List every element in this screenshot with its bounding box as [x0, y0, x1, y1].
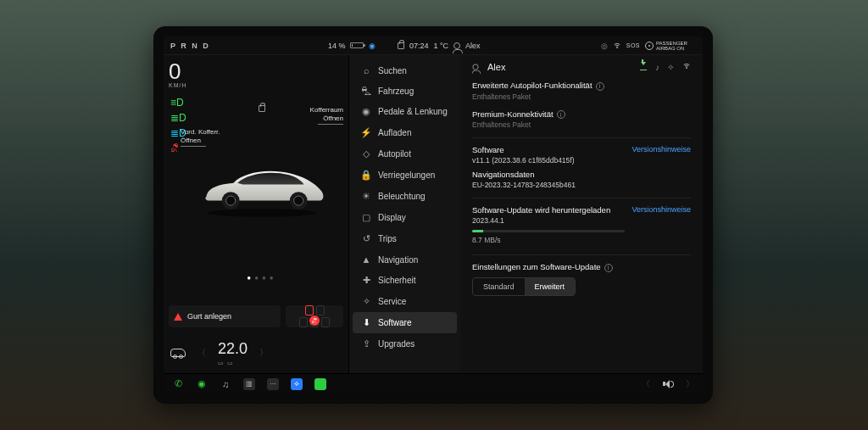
download-speed: 8.7 MB/s [472, 236, 625, 244]
car-icon[interactable] [170, 349, 186, 357]
menu-item-navigation[interactable]: ▲Navigation [353, 249, 457, 270]
info-icon[interactable]: i [604, 264, 613, 272]
temp-up-button[interactable]: 〉 [259, 347, 268, 359]
menu-item-locks[interactable]: 🔒Verriegelungen [353, 165, 457, 186]
all-apps-icon[interactable]: ⋯ [267, 378, 279, 390]
car-visualization-pane: 0 KM/H ≡D ≣D ≣D ⛐ Vord. Kofferr.Öffnen [164, 55, 348, 373]
car-lock-icon[interactable] [259, 105, 265, 112]
person-icon [472, 64, 478, 70]
seg-advanced-button[interactable]: Erweitert [525, 278, 576, 295]
battery-status[interactable]: 14 % [328, 42, 364, 50]
seatbelt-warning[interactable]: Gurt anlegen [169, 305, 281, 327]
wifi-icon[interactable] [613, 42, 621, 50]
spotify-icon[interactable]: ◉ [196, 378, 208, 390]
menu-item-autopilot[interactable]: ◇Autopilot [353, 143, 457, 165]
update-mode-segment: Standard Erweitert [472, 277, 576, 296]
menu-item-pedals[interactable]: ◉Pedale & Lenkung [353, 101, 457, 122]
warning-text: Gurt anlegen [187, 312, 231, 321]
menu-item-safety[interactable]: ✚Sicherheit [353, 270, 457, 291]
menu-item-trips[interactable]: ↺Trips [353, 228, 457, 249]
panel-header: Alex ♪ ⟡ [472, 62, 691, 72]
download-icon[interactable] [640, 63, 647, 72]
bluetooth-icon[interactable]: ⟡ [668, 62, 674, 72]
vol-down-button[interactable]: 〈 [642, 378, 650, 390]
tire-icon[interactable]: ◎ [601, 42, 608, 50]
bluetooth-app-icon[interactable]: ⟡ [291, 378, 303, 390]
package-connectivity: Premium-Konnektivitäti Enthaltenes Paket [472, 109, 691, 130]
car-model-area[interactable]: Vord. Kofferr.Öffnen KofferraumÖffnen [181, 104, 343, 278]
svg-point-1 [225, 195, 236, 206]
battery-pct: 14 % [328, 42, 346, 50]
climate-row: 〈 22.0 ▭▭ 〉 [164, 332, 348, 373]
upgrade-icon: ⇪ [361, 338, 371, 349]
safety-icon: ✚ [361, 275, 371, 286]
menu-item-upgrades[interactable]: ⇪Upgrades [353, 333, 457, 355]
nav-label: Navigationsdaten [472, 170, 691, 179]
seg-standard-button[interactable]: Standard [473, 278, 525, 295]
screen: P R N D 14 % ◉ 07:24 1 °C Alex ◎ SOS PAS… [164, 36, 703, 394]
download-icon: ⬇ [361, 317, 371, 328]
menu-item-charging[interactable]: ⚡Aufladen [353, 122, 457, 143]
touchscreen: P R N D 14 % ◉ 07:24 1 °C Alex ◎ SOS PAS… [153, 26, 713, 404]
page-dots[interactable]: ●●●● [247, 274, 276, 282]
temp-down-button[interactable]: 〈 [198, 347, 206, 359]
seat-alert-icon: ⛐ [309, 316, 320, 326]
settings-menu: ⌕Suchen ⛍Fahrzeug ◉Pedale & Lenkung ⚡Auf… [348, 55, 460, 373]
clock: 07:24 [409, 42, 429, 50]
svg-point-4 [293, 195, 304, 206]
airbag-icon [645, 42, 654, 50]
toybox-icon[interactable] [314, 378, 326, 390]
update-label: Software-Update wird heruntergeladen [472, 205, 625, 215]
autopilot-icon: ◇ [361, 148, 371, 159]
vol-up-button[interactable]: 〉 [686, 378, 694, 390]
update-row: Software-Update wird heruntergeladen 202… [472, 205, 691, 248]
display-icon: ▢ [361, 212, 371, 223]
software-label: Software [472, 145, 575, 154]
radio-icon[interactable]: ♫ [220, 378, 231, 390]
climate-temp[interactable]: 22.0 ▭▭ [218, 340, 248, 366]
bolt-icon: ⚡ [361, 127, 371, 138]
svg-point-6 [208, 209, 316, 217]
menu-item-software[interactable]: ⬇Software [353, 312, 457, 333]
release-notes-link[interactable]: Versionshinweise [632, 145, 691, 154]
volume-icon[interactable] [662, 378, 674, 390]
frunk-open-button[interactable]: Vord. Kofferr.Öffnen [181, 128, 220, 148]
steering-icon: ◉ [361, 106, 371, 117]
wifi-icon[interactable] [682, 62, 691, 72]
info-icon[interactable]: i [596, 82, 604, 91]
sentry-icon[interactable]: ◉ [369, 42, 376, 50]
trunk-open-button[interactable]: KofferraumÖffnen [310, 106, 343, 126]
warning-row: Gurt anlegen ⛐ [169, 305, 343, 327]
phone-icon[interactable]: ✆ [172, 378, 184, 390]
warning-icon [174, 313, 182, 321]
profile-name-label: Alex [487, 62, 505, 72]
person-icon[interactable] [453, 42, 460, 49]
outside-temp: 1 °C [433, 42, 448, 50]
bell-icon[interactable]: ♪ [655, 63, 659, 72]
lock-icon[interactable] [398, 42, 404, 49]
release-notes-link-2[interactable]: Versionshinweise [632, 205, 691, 214]
sos-button[interactable]: SOS [626, 42, 640, 48]
car-icon: ⛍ [361, 86, 371, 96]
software-panel: Alex ♪ ⟡ Erweiterte Autopilot-Funktional… [460, 55, 703, 373]
airbag-status: PASSENGER AIRBAG ON [645, 41, 695, 51]
profile-name[interactable]: Alex [465, 42, 481, 50]
trips-icon: ↺ [361, 233, 371, 244]
update-settings: Einstellungen zum Software-Updatei Stand… [472, 262, 691, 296]
menu-item-service[interactable]: ✧Service [353, 291, 457, 312]
light-icon: ☀ [361, 191, 371, 202]
nav-icon: ▲ [361, 254, 371, 265]
seat-map[interactable]: ⛐ [286, 305, 343, 327]
menu-item-display[interactable]: ▢Display [353, 207, 457, 228]
menu-item-vehicle[interactable]: ⛍Fahrzeug [353, 81, 457, 101]
speed-unit: KM/H [169, 82, 187, 88]
service-icon: ✧ [361, 296, 371, 307]
download-progress [472, 230, 625, 232]
speed-value: 0 [169, 60, 187, 82]
update-version: 2023.44.1 [472, 216, 625, 225]
status-bar: P R N D 14 % ◉ 07:24 1 °C Alex ◎ SOS PAS… [164, 36, 703, 55]
info-icon[interactable]: i [557, 110, 565, 119]
menu-item-search[interactable]: ⌕Suchen [353, 60, 457, 81]
menu-item-lights[interactable]: ☀Beleuchtung [353, 186, 457, 207]
calendar-icon[interactable]: ▥ [243, 378, 255, 390]
